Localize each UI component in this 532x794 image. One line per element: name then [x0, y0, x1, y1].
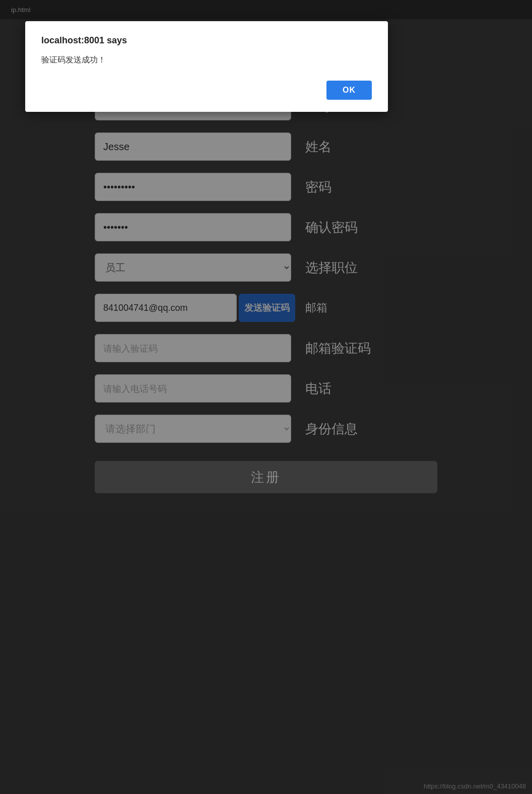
alert-footer: OK	[41, 81, 372, 100]
alert-dialog: localhost:8001 says 验证码发送成功！ OK	[25, 21, 388, 112]
alert-ok-button[interactable]: OK	[326, 81, 372, 100]
alert-title: localhost:8001 says	[41, 35, 372, 46]
page-overlay	[0, 0, 532, 794]
alert-message: 验证码发送成功！	[41, 55, 372, 65]
